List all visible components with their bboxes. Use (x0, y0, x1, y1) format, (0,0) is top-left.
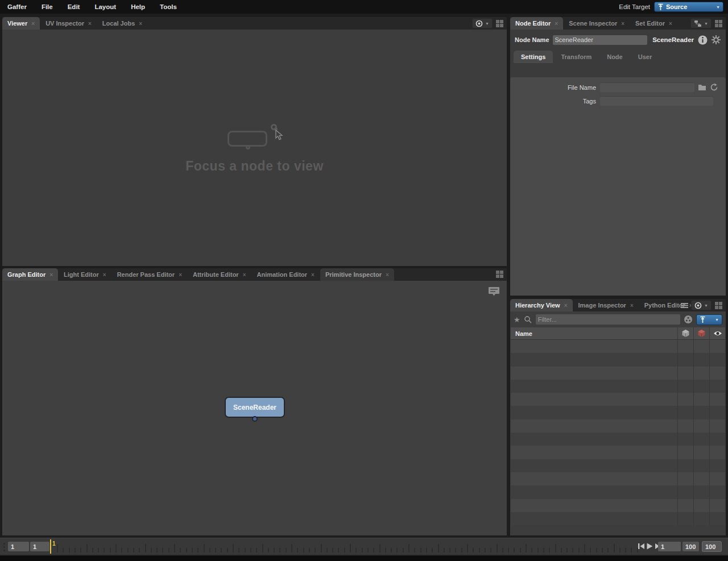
table-row[interactable] (511, 433, 725, 446)
timeline-grip-handle[interactable] (3, 543, 5, 551)
close-icon[interactable]: × (311, 272, 315, 278)
close-icon[interactable]: × (386, 272, 389, 278)
play-button[interactable] (647, 543, 653, 550)
ruler-tick (403, 548, 404, 552)
scene-reader-node[interactable]: SceneReader (225, 397, 285, 418)
layout-grid-icon[interactable] (495, 19, 504, 28)
viewer-viewport[interactable]: Focus a node to view (2, 30, 507, 266)
close-icon[interactable]: × (630, 302, 634, 309)
annotation-icon[interactable] (488, 286, 500, 297)
filter-input[interactable] (536, 314, 680, 325)
playback-end-field[interactable] (682, 542, 699, 551)
playhead-marker[interactable] (50, 539, 51, 554)
tab-user[interactable]: User (631, 51, 659, 63)
tab-viewer[interactable]: Viewer× (2, 17, 40, 30)
table-row[interactable] (511, 446, 725, 459)
hierarchy-focus-mode-button[interactable]: ▼ (691, 300, 712, 310)
graph-editor-canvas[interactable]: SceneReader (2, 281, 507, 535)
menu-help[interactable]: Help (123, 3, 152, 10)
tab-image-inspector[interactable]: Image Inspector× (573, 299, 639, 311)
edit-target-selector[interactable]: Source ▼ (654, 2, 723, 12)
info-icon[interactable] (698, 35, 708, 45)
node-output-port[interactable] (252, 416, 258, 422)
table-row[interactable] (511, 340, 725, 353)
node-name-input[interactable] (553, 35, 648, 45)
ruler-tick (344, 548, 345, 552)
render-visibility-column-header[interactable] (693, 327, 709, 339)
tab-scene-inspector[interactable]: Scene Inspector× (564, 17, 630, 30)
table-row[interactable] (511, 380, 725, 393)
options-ball-icon[interactable] (684, 315, 693, 324)
range-end-field[interactable] (702, 542, 721, 551)
folder-browse-icon[interactable] (698, 84, 706, 91)
menu-tools[interactable]: Tools (152, 3, 184, 10)
close-icon[interactable]: × (621, 20, 624, 27)
close-icon[interactable]: × (564, 302, 568, 309)
close-icon[interactable]: × (88, 20, 92, 27)
menu-file[interactable]: File (34, 3, 60, 10)
tags-input[interactable] (600, 96, 713, 106)
table-row[interactable] (511, 353, 725, 366)
tab-node-editor[interactable]: Node Editor× (510, 17, 563, 30)
table-row[interactable] (511, 393, 725, 406)
close-icon[interactable]: × (49, 272, 53, 278)
close-icon[interactable]: × (555, 20, 558, 27)
table-row[interactable] (511, 406, 725, 419)
row-geometry-cell (693, 446, 709, 459)
table-row[interactable] (511, 499, 725, 512)
skip-to-start-button[interactable] (638, 543, 644, 550)
tab-node[interactable]: Node (599, 51, 630, 63)
playback-start-field[interactable] (30, 542, 49, 551)
menu-edit[interactable]: Edit (60, 3, 88, 10)
table-row[interactable] (511, 459, 725, 472)
tab-hierarchy-view[interactable]: Hierarchy View× (510, 299, 573, 311)
ruler-tick (238, 548, 239, 552)
tab-animation-editor[interactable]: Animation Editor× (251, 268, 319, 281)
menu-gaffer[interactable]: Gaffer (0, 3, 34, 10)
geometry-column-header[interactable] (677, 327, 693, 339)
hierarchy-target-button[interactable]: ▼ (696, 314, 722, 325)
table-row[interactable] (511, 367, 725, 380)
tab-attribute-editor[interactable]: Attribute Editor× (188, 268, 251, 281)
tab-graph-editor[interactable]: Graph Editor× (2, 268, 58, 281)
ruler-tick (414, 548, 415, 552)
tab-render-pass-editor[interactable]: Render Pass Editor× (112, 268, 187, 281)
tab-uv-inspector[interactable]: UV Inspector× (40, 17, 97, 30)
layout-grid-icon[interactable] (714, 19, 723, 28)
row-name-cell (511, 459, 677, 472)
close-icon[interactable]: × (669, 20, 672, 27)
node-editor-mode-button[interactable]: ▼ (690, 18, 712, 28)
gear-icon[interactable] (711, 35, 721, 45)
close-icon[interactable]: × (139, 20, 142, 27)
viewer-focus-mode-button[interactable]: ▼ (472, 18, 493, 28)
tab-local-jobs[interactable]: Local Jobs× (97, 17, 147, 30)
table-row[interactable] (511, 419, 725, 433)
tab-set-editor[interactable]: Set Editor× (630, 17, 677, 30)
tab-light-editor[interactable]: Light Editor× (59, 268, 111, 281)
timeline-ruler[interactable] (57, 540, 643, 553)
refresh-icon[interactable] (710, 83, 718, 92)
star-icon[interactable]: ★ (514, 315, 520, 324)
row-geometry-cell (693, 472, 709, 485)
close-icon[interactable]: × (243, 272, 246, 278)
layout-grid-icon[interactable] (495, 270, 504, 279)
close-icon[interactable]: × (103, 272, 106, 278)
row-geometry-cell (709, 512, 725, 525)
close-icon[interactable]: × (179, 272, 182, 278)
menu-layout[interactable]: Layout (87, 3, 123, 10)
file-name-input[interactable] (600, 82, 694, 92)
ruler-tick (396, 548, 398, 552)
close-icon[interactable]: × (31, 20, 35, 27)
table-row[interactable] (511, 485, 725, 498)
visibility-eye-column-header[interactable] (709, 327, 725, 339)
table-row[interactable] (511, 472, 725, 485)
name-column-header[interactable]: Name (511, 327, 677, 339)
menu-hamburger-icon[interactable] (681, 302, 688, 309)
tab-settings[interactable]: Settings (514, 51, 553, 63)
tab-transform[interactable]: Transform (553, 51, 599, 63)
table-row[interactable] (511, 512, 725, 525)
current-frame-field[interactable] (658, 542, 681, 551)
range-start-field[interactable] (8, 542, 29, 551)
tab-primitive-inspector[interactable]: Primitive Inspector× (320, 268, 394, 281)
layout-grid-icon[interactable] (714, 301, 723, 310)
